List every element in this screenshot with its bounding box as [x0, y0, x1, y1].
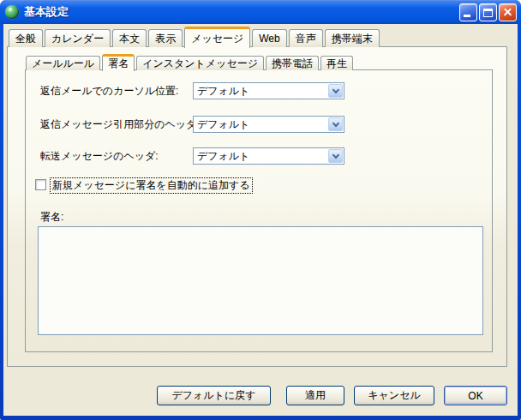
auto-signature-label[interactable]: 新規メッセージに署名を自動的に追加する	[51, 178, 252, 193]
window-title: 基本設定	[24, 4, 459, 20]
restore-defaults-button[interactable]: デフォルトに戻す	[157, 386, 271, 405]
ok-button[interactable]: OK	[444, 386, 507, 405]
tab-display[interactable]: 表示	[148, 29, 183, 47]
chevron-down-icon	[332, 86, 338, 93]
secondary-tab-bar: メールルール 署名 インスタントメッセージ 携帯電話 再生	[26, 53, 355, 70]
message-tab-panel: メールルール 署名 インスタントメッセージ 携帯電話 再生 返信メールでのカーソ…	[7, 46, 507, 367]
tab-calendar[interactable]: カレンダー	[45, 29, 111, 47]
tab-body[interactable]: 本文	[112, 29, 147, 47]
tab-playback[interactable]: 再生	[320, 56, 353, 70]
reply-cursor-position-select[interactable]: デフォルト	[193, 82, 344, 99]
cancel-button[interactable]: キャンセル	[354, 386, 434, 405]
tab-signature[interactable]: 署名	[102, 54, 135, 71]
forward-header-value: デフォルト	[197, 149, 328, 164]
titlebar[interactable]: 基本設定	[0, 0, 521, 24]
primary-tab-bar: 全般 カレンダー 本文 表示 メッセージ Web 音声 携帯端末	[9, 27, 381, 47]
tab-web[interactable]: Web	[252, 29, 286, 47]
auto-signature-checkbox[interactable]	[35, 179, 46, 190]
chevron-down-icon	[332, 119, 338, 126]
chevron-down-icon	[332, 151, 338, 158]
tab-mail-rules[interactable]: メールルール	[26, 56, 100, 70]
apply-button[interactable]: 適用	[286, 386, 344, 405]
signature-tab-panel: 返信メールでのカーソル位置: デフォルト 返信メッセージ引用部分のヘッダ: デフ…	[25, 69, 493, 352]
forward-header-label: 転送メッセージのヘッダ:	[40, 149, 159, 164]
minimize-icon	[464, 15, 470, 17]
app-icon	[5, 5, 19, 19]
tab-mobile-device[interactable]: 携帯端末	[325, 29, 380, 47]
settings-dialog: 基本設定 全般 カレンダー 本文 表示 メッセージ Web 音声 携帯端末 メー…	[0, 0, 521, 420]
minimize-button[interactable]	[459, 3, 477, 21]
dropdown-arrow-button[interactable]	[328, 149, 343, 163]
dialog-client-area: 全般 カレンダー 本文 表示 メッセージ Web 音声 携帯端末 メールルール …	[3, 24, 518, 416]
maximize-icon	[483, 9, 493, 17]
tab-general[interactable]: 全般	[9, 29, 43, 47]
forward-header-select[interactable]: デフォルト	[193, 147, 344, 165]
close-button[interactable]	[499, 3, 517, 21]
reply-quote-header-value: デフォルト	[197, 117, 328, 132]
signature-label: 署名:	[40, 210, 63, 225]
reply-quote-header-label: 返信メッセージ引用部分のヘッダ:	[40, 117, 200, 132]
tab-message[interactable]: メッセージ	[184, 27, 250, 48]
reply-quote-header-select[interactable]: デフォルト	[193, 116, 344, 133]
dropdown-arrow-button[interactable]	[328, 117, 343, 131]
reply-cursor-position-value: デフォルト	[197, 84, 328, 99]
close-icon	[502, 7, 513, 18]
signature-textarea[interactable]	[38, 226, 483, 335]
tab-audio[interactable]: 音声	[289, 29, 323, 47]
dropdown-arrow-button[interactable]	[328, 84, 343, 98]
tab-mobile-phone[interactable]: 携帯電話	[266, 56, 319, 70]
reply-cursor-position-label: 返信メールでのカーソル位置:	[40, 84, 178, 99]
maximize-button[interactable]	[479, 3, 497, 21]
tab-instant-message[interactable]: インスタントメッセージ	[136, 56, 264, 70]
